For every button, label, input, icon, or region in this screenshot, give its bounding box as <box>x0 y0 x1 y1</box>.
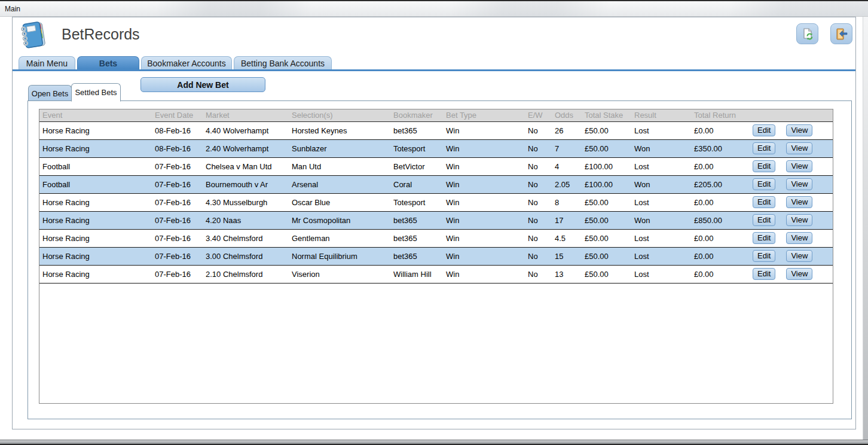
cell-result: Won <box>631 139 691 157</box>
column-header-ew: E/W <box>525 109 552 121</box>
cell-bookmaker: bet365 <box>390 211 443 229</box>
cell-ew: No <box>525 211 552 229</box>
cell-market: 3.00 Chelmsford <box>203 247 289 265</box>
cell-selections: Viserion <box>289 265 390 283</box>
edit-button[interactable]: Edit <box>753 232 775 244</box>
cell-odds: 8 <box>552 193 582 211</box>
cell-ew: No <box>525 121 552 139</box>
column-header-total-stake: Total Stake <box>582 109 631 121</box>
view-button[interactable]: View <box>786 196 812 208</box>
edit-button[interactable]: Edit <box>753 250 775 262</box>
column-header-result: Result <box>631 109 691 121</box>
cell-selections: Mr Cosmopolitan <box>289 211 390 229</box>
cell-actions: EditView <box>749 211 833 229</box>
cell-result: Lost <box>631 229 691 247</box>
cell-actions: EditView <box>749 121 833 139</box>
cell-total-stake: £50.00 <box>582 211 631 229</box>
cell-ew: No <box>525 265 552 283</box>
cell-bet-type: Win <box>443 229 525 247</box>
window-right-edge <box>863 17 868 440</box>
cell-market: 3.40 Chelmsford <box>203 229 289 247</box>
table-row: Football07-Feb-16Bournemouth v ArArsenal… <box>39 175 833 193</box>
column-header-market: Market <box>203 109 289 121</box>
cell-bookmaker: Totesport <box>390 193 443 211</box>
tab-betting-bank-accounts[interactable]: Betting Bank Accounts <box>234 56 332 69</box>
cell-total-stake: £50.00 <box>582 139 631 157</box>
cell-event: Football <box>39 175 152 193</box>
tab-main-menu[interactable]: Main Menu <box>19 56 75 69</box>
cell-actions: EditView <box>749 193 833 211</box>
cell-actions: EditView <box>749 247 833 265</box>
cell-result: Lost <box>631 247 691 265</box>
cell-market: 4.20 Naas <box>203 211 289 229</box>
column-header-total-return: Total Return <box>691 109 749 121</box>
exit-button[interactable] <box>830 23 852 44</box>
tab-bookmaker-accounts[interactable]: Bookmaker Accounts <box>141 56 232 69</box>
cell-odds: 15 <box>552 247 582 265</box>
cell-bet-type: Win <box>443 211 525 229</box>
view-button[interactable]: View <box>786 214 812 226</box>
cell-result: Lost <box>631 265 691 283</box>
cell-bookmaker: bet365 <box>390 229 443 247</box>
table-row: Horse Racing07-Feb-163.00 ChelmsfordNorm… <box>39 247 833 265</box>
cell-ew: No <box>525 175 552 193</box>
page-title: BetRecords <box>62 26 140 43</box>
cell-bookmaker: bet365 <box>390 121 443 139</box>
view-button[interactable]: View <box>786 178 812 190</box>
cell-selections: Horsted Keynes <box>289 121 390 139</box>
cell-result: Won <box>631 211 691 229</box>
column-header-odds: Odds <box>552 109 582 121</box>
column-header-event-date: Event Date <box>152 109 203 121</box>
cell-event: Horse Racing <box>39 265 152 283</box>
view-button[interactable]: View <box>786 124 812 136</box>
cell-ew: No <box>525 229 552 247</box>
cell-total-stake: £50.00 <box>582 229 631 247</box>
edit-button[interactable]: Edit <box>753 196 775 208</box>
edit-button[interactable]: Edit <box>753 214 775 226</box>
window-titlebar[interactable]: Main <box>0 0 868 17</box>
tab-label: Main Menu <box>26 59 68 68</box>
edit-button[interactable]: Edit <box>753 268 775 280</box>
table-row: Horse Racing07-Feb-164.30 MusselburghOsc… <box>39 193 833 211</box>
cell-event: Football <box>39 157 152 175</box>
cell-odds: 7 <box>552 139 582 157</box>
cell-bet-type: Win <box>443 265 525 283</box>
refresh-records-button[interactable] <box>796 23 818 44</box>
cell-selections: Arsenal <box>289 175 390 193</box>
cell-actions: EditView <box>749 175 833 193</box>
exit-door-icon <box>835 27 849 41</box>
cell-selections: Sunblazer <box>289 139 390 157</box>
column-header-bookmaker: Bookmaker <box>390 109 443 121</box>
cell-selections: Gentleman <box>289 229 390 247</box>
cell-total-stake: £50.00 <box>582 121 631 139</box>
cell-total-return: £0.00 <box>691 121 749 139</box>
edit-button[interactable]: Edit <box>753 178 775 190</box>
cell-actions: EditView <box>749 229 833 247</box>
cell-result: Lost <box>631 193 691 211</box>
edit-button[interactable]: Edit <box>753 160 775 172</box>
cell-event: Horse Racing <box>39 121 152 139</box>
cell-event: Horse Racing <box>39 211 152 229</box>
view-button[interactable]: View <box>786 232 812 244</box>
cell-result: Lost <box>631 157 691 175</box>
cell-total-return: £0.00 <box>691 247 749 265</box>
subtab-label: Open Bets <box>32 89 68 98</box>
view-button[interactable]: View <box>786 250 812 262</box>
edit-button[interactable]: Edit <box>753 142 775 154</box>
column-header-bet-type: Bet Type <box>443 109 525 121</box>
edit-button[interactable]: Edit <box>753 124 775 136</box>
add-new-bet-button[interactable]: Add New Bet <box>140 77 265 92</box>
view-button[interactable]: View <box>786 268 812 280</box>
cell-market: Bournemouth v Ar <box>203 175 289 193</box>
subtab-settled-bets[interactable]: Settled Bets <box>71 83 121 102</box>
view-button[interactable]: View <box>786 142 812 154</box>
settled-bets-panel: EventEvent DateMarketSelection(s)Bookmak… <box>27 100 852 419</box>
cell-ew: No <box>525 247 552 265</box>
cell-event-date: 07-Feb-16 <box>152 157 203 175</box>
view-button[interactable]: View <box>786 160 812 172</box>
subtab-open-bets[interactable]: Open Bets <box>28 85 72 101</box>
tab-bets[interactable]: Bets <box>77 56 139 69</box>
cell-event-date: 07-Feb-16 <box>152 247 203 265</box>
table-row: Horse Racing08-Feb-164.40 WolverhamptHor… <box>39 121 833 139</box>
cell-total-stake: £100.00 <box>582 175 631 193</box>
